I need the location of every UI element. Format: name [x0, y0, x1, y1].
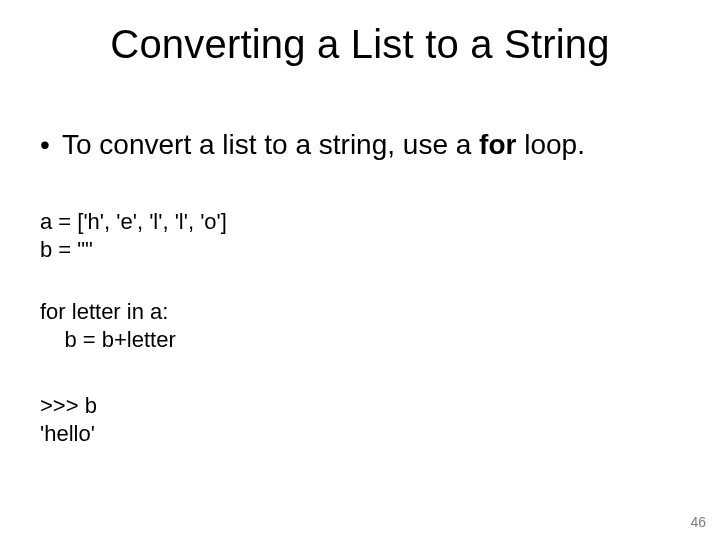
code-loop: for letter in a: b = b+letter — [40, 298, 680, 353]
slide-title: Converting a List to a String — [0, 22, 720, 67]
intro-line: •To convert a list to a string, use a fo… — [40, 128, 680, 162]
intro-text-pre: To convert a list to a string, use a — [62, 129, 479, 160]
code-repl: >>> b 'hello' — [40, 392, 680, 447]
bullet-icon: • — [40, 128, 62, 162]
page-number: 46 — [690, 514, 706, 530]
intro-text-post: loop. — [516, 129, 585, 160]
slide: Converting a List to a String •To conver… — [0, 0, 720, 540]
code-assign: a = ['h', 'e', 'l', 'l', 'o'] b = "" — [40, 208, 680, 263]
intro-text-bold: for — [479, 129, 516, 160]
